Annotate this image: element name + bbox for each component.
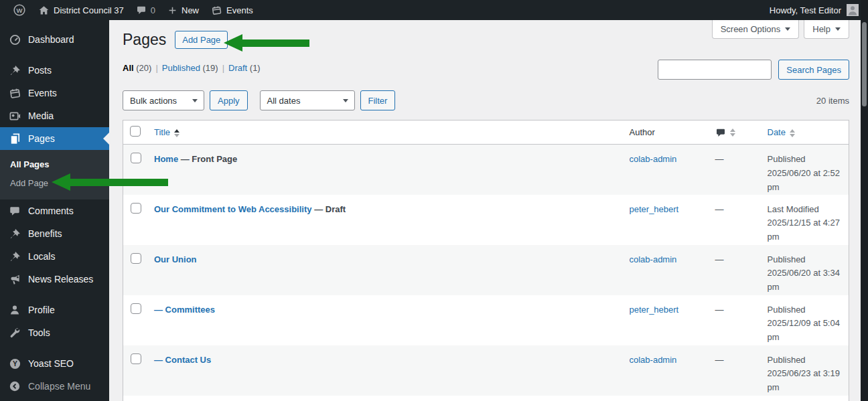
page-title-link[interactable]: Our Commitment to Web Accessibility: [154, 204, 312, 214]
sidebar-item-profile[interactable]: Profile: [0, 299, 109, 321]
sidebar-item-pages[interactable]: Pages: [0, 127, 109, 150]
sidebar-item-tools[interactable]: Tools: [0, 321, 109, 344]
new-label: New: [182, 5, 199, 15]
screen-options-toggle[interactable]: Screen Options: [712, 20, 800, 39]
comments-icon: [136, 5, 147, 15]
post-state: — Front Page: [181, 154, 238, 164]
post-state: — Draft: [314, 204, 346, 214]
sidebar-item-locals[interactable]: Locals: [0, 245, 109, 268]
admin-bar: W District Council 37 0 New Events Howdy…: [0, 0, 868, 20]
dates-filter-select[interactable]: All dates: [260, 90, 355, 110]
comments-value: —: [715, 355, 724, 365]
column-header-title[interactable]: Title: [147, 121, 623, 145]
author-link[interactable]: colab-admin: [630, 254, 677, 264]
view-draft-link[interactable]: Draft (1): [228, 63, 261, 73]
author-link[interactable]: peter_hebert: [630, 305, 679, 315]
item-count: 20 items: [816, 96, 849, 106]
comments-value: —: [715, 154, 724, 164]
filter-button[interactable]: Filter: [360, 90, 396, 110]
wordpress-menu-button[interactable]: W: [7, 0, 32, 20]
sidebar-item-yoast-seo[interactable]: Y Yoast SEO: [0, 352, 109, 375]
select-all-checkbox[interactable]: [130, 126, 141, 137]
sidebar-item-benefits[interactable]: Benefits: [0, 222, 109, 245]
sidebar-item-label: Locals: [28, 251, 55, 262]
sidebar-item-news-releases[interactable]: News Releases: [0, 268, 109, 291]
table-row: — Committees peter_hebert — Published202…: [123, 295, 849, 345]
pages-submenu: All Pages Add Page: [0, 150, 109, 199]
comments-shortcut[interactable]: 0: [130, 0, 161, 20]
pages-list-table: Title Author Date Home — Fron: [123, 120, 849, 401]
avatar-icon[interactable]: [847, 4, 859, 16]
wordpress-logo: W: [13, 3, 26, 17]
visit-site-link[interactable]: District Council 37: [32, 0, 130, 20]
comments-value: —: [715, 204, 724, 214]
date-value: 2025/06/23 at 3:19 pm: [768, 368, 840, 392]
view-all-link[interactable]: All (20): [123, 63, 151, 73]
howdy-greeting[interactable]: Howdy, Test Editor: [770, 5, 841, 15]
view-filter-links: All (20) | Published (19) | Draft (1): [123, 60, 261, 73]
new-content-button[interactable]: New: [161, 0, 205, 20]
date-status: Last Modified: [768, 203, 843, 217]
sort-icon: [790, 129, 795, 137]
table-row: [123, 396, 849, 401]
date-value: 2025/12/15 at 4:27 pm: [768, 218, 840, 242]
chevron-down-icon: [835, 27, 841, 31]
sidebar-item-add-page[interactable]: Add Page: [0, 174, 109, 193]
sidebar-item-events[interactable]: Events: [0, 82, 109, 104]
sort-icon: [730, 129, 735, 137]
sidebar-item-media[interactable]: Media: [0, 104, 109, 127]
page-title-link[interactable]: — Contact Us: [154, 355, 211, 365]
comment-count: 0: [151, 5, 155, 15]
pages-icon: [8, 132, 21, 145]
sidebar-item-label: Yoast SEO: [28, 358, 74, 369]
column-header-date[interactable]: Date: [761, 121, 849, 145]
author-link[interactable]: peter_hebert: [630, 204, 679, 214]
scrollbar-thumb[interactable]: [862, 22, 867, 106]
vertical-scrollbar[interactable]: [861, 0, 868, 401]
plus-icon: [167, 5, 177, 15]
sort-icon: [174, 129, 179, 137]
page-title-link[interactable]: Our Union: [154, 254, 197, 264]
events-icon: [8, 86, 21, 100]
svg-text:Y: Y: [13, 360, 17, 368]
table-row: Home — Front Page colab-admin — Publishe…: [123, 145, 849, 195]
search-pages-button[interactable]: Search Pages: [778, 60, 849, 80]
author-link[interactable]: colab-admin: [630, 154, 677, 164]
sidebar-item-collapse-menu[interactable]: Collapse Menu: [0, 375, 109, 398]
row-checkbox[interactable]: [131, 153, 141, 163]
dashboard-icon: [8, 33, 21, 46]
search-input[interactable]: [658, 60, 772, 80]
sidebar-item-posts[interactable]: Posts: [0, 59, 109, 82]
svg-text:W: W: [17, 7, 23, 14]
events-shortcut[interactable]: Events: [205, 0, 259, 20]
page-title-link[interactable]: — Committees: [154, 305, 215, 315]
table-row: Our Commitment to Web Accessibility — Dr…: [123, 195, 849, 245]
page-title-link[interactable]: Home: [154, 154, 178, 164]
collapse-icon: [8, 380, 21, 393]
news-releases-icon: [8, 272, 21, 286]
row-checkbox[interactable]: [131, 203, 141, 214]
bulk-actions-select[interactable]: Bulk actions: [123, 90, 204, 110]
row-checkbox[interactable]: [131, 303, 141, 314]
events-label: Events: [226, 5, 253, 15]
date-status: Published: [768, 353, 843, 368]
table-row: Our Union colab-admin — Published2025/06…: [123, 245, 849, 295]
row-checkbox[interactable]: [131, 353, 141, 364]
media-icon: [8, 109, 21, 123]
screen-options-label: Screen Options: [721, 24, 781, 34]
admin-sidebar: Dashboard Posts Events Media Pages All P…: [0, 20, 109, 401]
profile-icon: [8, 303, 21, 317]
view-published-link[interactable]: Published (19): [162, 63, 218, 73]
apply-button[interactable]: Apply: [210, 90, 248, 110]
add-page-button[interactable]: Add Page: [175, 31, 228, 49]
help-toggle[interactable]: Help: [804, 20, 849, 39]
row-checkbox[interactable]: [131, 253, 141, 264]
help-label: Help: [812, 24, 830, 34]
sidebar-item-comments[interactable]: Comments: [0, 199, 109, 222]
column-header-comments[interactable]: [709, 121, 761, 145]
author-link[interactable]: colab-admin: [630, 355, 677, 365]
sidebar-item-all-pages[interactable]: All Pages: [0, 155, 109, 174]
sidebar-item-label: Posts: [28, 65, 52, 76]
sidebar-item-dashboard[interactable]: Dashboard: [0, 28, 109, 51]
sidebar-item-label: Events: [28, 88, 57, 98]
